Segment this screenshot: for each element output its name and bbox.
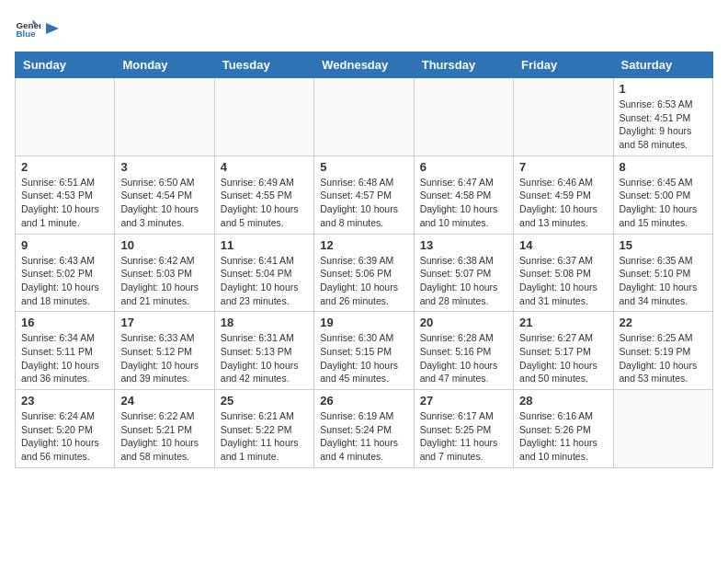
day-info-line: Sunrise: 6:50 AM <box>120 176 208 190</box>
day-info: Sunrise: 6:22 AMSunset: 5:21 PMDaylight:… <box>120 409 208 464</box>
day-number: 20 <box>420 316 507 329</box>
day-info-line: Sunrise: 6:28 AM <box>420 331 507 345</box>
calendar-cell: 5Sunrise: 6:48 AMSunset: 4:57 PMDaylight… <box>314 155 414 234</box>
calendar-cell: 1Sunrise: 6:53 AMSunset: 4:51 PMDaylight… <box>613 78 712 156</box>
day-info-line: Daylight: 10 hours and 31 minutes. <box>519 281 607 307</box>
day-info-line: Sunset: 5:08 PM <box>519 267 607 281</box>
day-info-line: Daylight: 10 hours and 10 minutes. <box>420 202 507 229</box>
day-info-line: Sunset: 5:00 PM <box>620 189 707 202</box>
day-info-line: Sunrise: 6:47 AM <box>420 176 507 190</box>
day-info-line: Daylight: 10 hours and 21 minutes. <box>120 281 208 307</box>
day-info-line: Sunset: 5:02 PM <box>21 267 108 281</box>
day-info-line: Sunrise: 6:35 AM <box>620 254 707 268</box>
day-number: 2 <box>21 160 108 174</box>
day-info: Sunrise: 6:24 AMSunset: 5:20 PMDaylight:… <box>21 409 108 464</box>
day-info-line: Sunrise: 6:24 AM <box>21 409 108 423</box>
day-number: 17 <box>120 316 208 329</box>
day-info: Sunrise: 6:16 AMSunset: 5:26 PMDaylight:… <box>519 409 607 464</box>
day-info: Sunrise: 6:30 AMSunset: 5:15 PMDaylight:… <box>320 331 407 385</box>
day-info: Sunrise: 6:17 AMSunset: 5:25 PMDaylight:… <box>420 409 507 464</box>
day-info: Sunrise: 6:31 AMSunset: 5:13 PMDaylight:… <box>221 331 308 385</box>
day-info: Sunrise: 6:37 AMSunset: 5:08 PMDaylight:… <box>519 254 607 308</box>
calendar-cell: 21Sunrise: 6:27 AMSunset: 5:17 PMDayligh… <box>514 312 613 390</box>
calendar-cell: 6Sunrise: 6:47 AMSunset: 4:58 PMDaylight… <box>414 155 513 234</box>
day-number: 18 <box>221 316 308 329</box>
day-info-line: Sunset: 5:19 PM <box>620 345 707 359</box>
day-info-line: Sunset: 5:24 PM <box>320 423 407 437</box>
day-number: 9 <box>21 238 108 252</box>
day-info-line: Daylight: 10 hours and 42 minutes. <box>221 359 308 385</box>
day-info-line: Sunset: 5:16 PM <box>420 345 507 359</box>
day-number: 1 <box>620 82 707 96</box>
calendar-cell <box>214 78 313 156</box>
day-info-line: Sunset: 5:07 PM <box>420 267 507 281</box>
calendar-cell <box>115 78 214 156</box>
day-info-line: Sunrise: 6:16 AM <box>519 409 607 423</box>
day-info: Sunrise: 6:21 AMSunset: 5:22 PMDaylight:… <box>221 409 308 464</box>
day-info-line: Sunrise: 6:42 AM <box>120 254 208 268</box>
weekday-header-monday: Monday <box>115 52 214 78</box>
day-number: 5 <box>320 160 407 174</box>
day-info-line: Daylight: 9 hours and 58 minutes. <box>620 124 707 151</box>
svg-marker-3 <box>46 23 59 34</box>
day-info: Sunrise: 6:19 AMSunset: 5:24 PMDaylight:… <box>320 409 407 464</box>
calendar-week-row: 1Sunrise: 6:53 AMSunset: 4:51 PMDaylight… <box>16 78 713 156</box>
day-info-line: Daylight: 10 hours and 50 minutes. <box>519 359 607 385</box>
weekday-header-tuesday: Tuesday <box>214 52 313 78</box>
calendar-week-row: 9Sunrise: 6:43 AMSunset: 5:02 PMDaylight… <box>16 234 713 312</box>
day-info-line: Daylight: 10 hours and 34 minutes. <box>620 281 707 307</box>
day-info: Sunrise: 6:50 AMSunset: 4:54 PMDaylight:… <box>120 176 208 230</box>
day-info: Sunrise: 6:27 AMSunset: 5:17 PMDaylight:… <box>519 331 607 385</box>
logo-icon: General Blue <box>15 15 40 40</box>
day-info-line: Sunset: 5:10 PM <box>620 267 707 281</box>
day-info-line: Sunset: 5:06 PM <box>320 267 407 281</box>
day-info-line: Daylight: 10 hours and 36 minutes. <box>21 359 108 385</box>
day-info-line: Daylight: 10 hours and 1 minute. <box>21 202 108 229</box>
day-info-line: Sunrise: 6:43 AM <box>21 254 108 268</box>
day-info: Sunrise: 6:41 AMSunset: 5:04 PMDaylight:… <box>221 254 308 308</box>
day-info: Sunrise: 6:53 AMSunset: 4:51 PMDaylight:… <box>620 98 707 152</box>
day-number: 14 <box>519 238 607 252</box>
calendar-cell: 20Sunrise: 6:28 AMSunset: 5:16 PMDayligh… <box>414 312 513 390</box>
day-info-line: Sunrise: 6:30 AM <box>320 331 407 345</box>
day-info-line: Sunrise: 6:49 AM <box>221 176 308 190</box>
day-info-line: Sunrise: 6:53 AM <box>620 98 707 111</box>
day-info-line: Sunrise: 6:31 AM <box>221 331 308 345</box>
calendar-cell: 10Sunrise: 6:42 AMSunset: 5:03 PMDayligh… <box>115 234 214 312</box>
day-info: Sunrise: 6:35 AMSunset: 5:10 PMDaylight:… <box>620 254 707 308</box>
day-info-line: Sunrise: 6:25 AM <box>620 331 707 345</box>
calendar-cell: 24Sunrise: 6:22 AMSunset: 5:21 PMDayligh… <box>115 390 214 468</box>
day-info-line: Daylight: 10 hours and 56 minutes. <box>21 436 108 463</box>
calendar-cell: 22Sunrise: 6:25 AMSunset: 5:19 PMDayligh… <box>613 312 712 390</box>
day-info-line: Sunset: 5:12 PM <box>120 345 208 359</box>
day-info: Sunrise: 6:38 AMSunset: 5:07 PMDaylight:… <box>420 254 507 308</box>
day-info-line: Daylight: 11 hours and 7 minutes. <box>420 436 507 463</box>
day-info-line: Sunset: 4:54 PM <box>120 189 208 202</box>
day-info-line: Daylight: 10 hours and 23 minutes. <box>221 281 308 307</box>
logo: General Blue <box>15 15 63 40</box>
day-info: Sunrise: 6:45 AMSunset: 5:00 PMDaylight:… <box>620 176 707 230</box>
calendar-cell: 3Sunrise: 6:50 AMSunset: 4:54 PMDaylight… <box>115 155 214 234</box>
day-info-line: Sunrise: 6:19 AM <box>320 409 407 423</box>
calendar-cell: 23Sunrise: 6:24 AMSunset: 5:20 PMDayligh… <box>16 390 115 468</box>
day-info-line: Sunset: 5:03 PM <box>120 267 208 281</box>
day-number: 15 <box>620 238 707 252</box>
calendar-cell <box>16 78 115 156</box>
day-info-line: Sunrise: 6:34 AM <box>21 331 108 345</box>
day-info-line: Sunset: 4:55 PM <box>221 189 308 202</box>
day-info: Sunrise: 6:25 AMSunset: 5:19 PMDaylight:… <box>620 331 707 385</box>
weekday-header-thursday: Thursday <box>414 52 513 78</box>
day-number: 11 <box>221 238 308 252</box>
day-info-line: Daylight: 10 hours and 8 minutes. <box>320 202 407 229</box>
day-info-line: Sunset: 4:58 PM <box>420 189 507 202</box>
day-info-line: Daylight: 10 hours and 39 minutes. <box>120 359 208 385</box>
calendar-table: SundayMondayTuesdayWednesdayThursdayFrid… <box>15 52 713 468</box>
day-info-line: Sunset: 4:59 PM <box>519 189 607 202</box>
day-info-line: Sunset: 5:22 PM <box>221 423 308 437</box>
day-info: Sunrise: 6:51 AMSunset: 4:53 PMDaylight:… <box>21 176 108 230</box>
day-number: 13 <box>420 238 507 252</box>
day-info-line: Sunset: 5:15 PM <box>320 345 407 359</box>
logo-arrow-icon <box>46 19 63 38</box>
day-number: 12 <box>320 238 407 252</box>
weekday-header-wednesday: Wednesday <box>314 52 414 78</box>
